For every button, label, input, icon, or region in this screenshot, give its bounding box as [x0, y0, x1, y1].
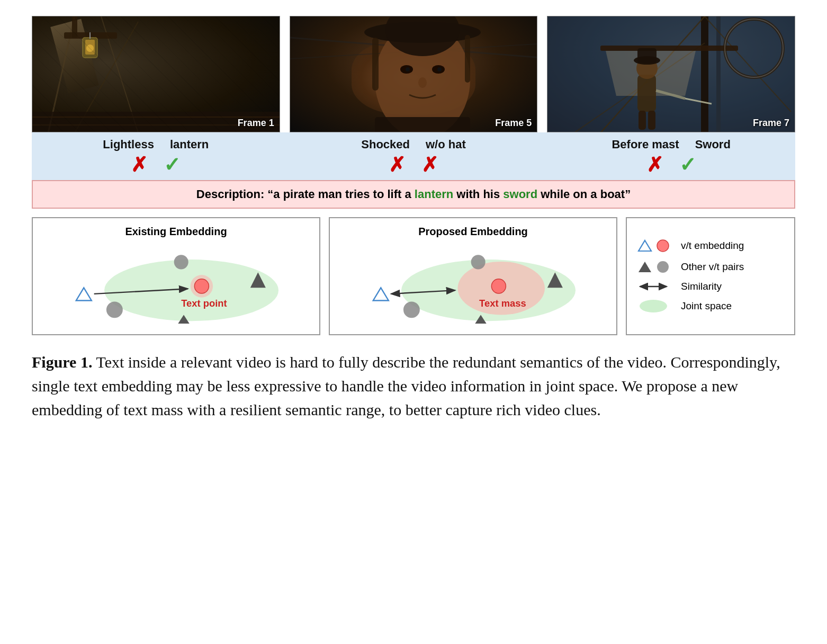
- label-block-3: Before mast Sword ✗ ✓: [547, 138, 795, 180]
- svg-point-43: [174, 255, 188, 269]
- labels-row: Lightless lantern ✗ ✓ Shocked w/o hat ✗ …: [32, 132, 795, 180]
- proposed-embedding-title: Proposed Embedding: [338, 226, 608, 238]
- label-word-shocked: Shocked: [361, 138, 410, 151]
- svg-rect-22: [372, 38, 379, 91]
- desc-word-sword: sword: [503, 187, 537, 201]
- svg-rect-30: [600, 46, 738, 51]
- label-pair-3: Before mast Sword: [612, 138, 730, 151]
- legend-joint: Joint space: [637, 299, 784, 314]
- svg-line-2: [75, 22, 138, 132]
- figure-caption: Figure 1. Text inside a relevant video i…: [32, 350, 795, 422]
- svg-rect-35: [639, 111, 646, 130]
- legend-joint-icon: [637, 299, 675, 314]
- svg-line-1: [101, 16, 138, 132]
- frame7-image: Frame 7: [547, 16, 795, 132]
- label-word-lantern: lantern: [170, 138, 209, 151]
- frame1-block: Frame 1: [32, 16, 280, 132]
- svg-marker-66: [639, 262, 651, 272]
- proposed-embedding-diagram: Text mass: [338, 244, 608, 324]
- frame7-block: Frame 7: [547, 16, 795, 132]
- label-block-1: Lightless lantern ✗ ✓: [32, 138, 280, 180]
- mark-pair-3: ✗ ✓: [646, 155, 696, 180]
- svg-rect-23: [465, 35, 470, 83]
- svg-rect-34: [637, 48, 657, 63]
- svg-marker-47: [76, 288, 92, 300]
- mark-pair-2: ✗ ✗: [389, 155, 438, 180]
- mark-pair-1: ✗ ✓: [131, 155, 181, 180]
- svg-marker-58: [373, 288, 389, 300]
- label-word-lightless: Lightless: [103, 138, 154, 151]
- svg-rect-4: [72, 16, 77, 38]
- svg-rect-26: [701, 16, 708, 132]
- legend-box: v/t embedding Other v/t pairs: [626, 217, 795, 335]
- svg-rect-6: [85, 40, 95, 55]
- frame7-label: Frame 7: [753, 118, 789, 129]
- svg-rect-5: [83, 38, 97, 58]
- svg-marker-64: [639, 240, 651, 251]
- svg-point-62: [491, 279, 506, 293]
- proposed-embedding-box: Proposed Embedding: [329, 217, 617, 335]
- caption-text: Text inside a relevant video is hard to …: [32, 353, 780, 418]
- mark-check-2: ✓: [679, 155, 696, 175]
- desc-middle: with his: [453, 187, 503, 201]
- svg-point-19: [406, 67, 410, 71]
- caption-label: Figure 1.: [32, 353, 92, 371]
- svg-point-65: [657, 240, 669, 252]
- mark-x-4: ✗: [646, 155, 663, 175]
- embedding-row: Existing Embedding: [32, 217, 795, 335]
- svg-text:Text mass: Text mass: [479, 298, 526, 309]
- svg-line-0: [48, 16, 75, 132]
- legend-similarity-label: Similarity: [681, 281, 722, 292]
- frame5-image: Frame 5: [290, 16, 538, 132]
- svg-rect-9: [32, 112, 280, 132]
- mark-x-3: ✗: [421, 155, 438, 175]
- svg-point-71: [640, 300, 667, 312]
- legend-vt-label: v/t embedding: [681, 240, 744, 252]
- svg-point-50: [194, 279, 209, 293]
- svg-rect-31: [637, 75, 656, 112]
- svg-point-67: [657, 261, 669, 273]
- mark-check-1: ✓: [164, 155, 181, 175]
- label-pair-1: Lightless lantern: [103, 138, 209, 151]
- frame5-block: Frame 5: [290, 16, 538, 132]
- mark-x-2: ✗: [389, 155, 406, 175]
- legend-similarity: Similarity: [637, 281, 784, 292]
- legend-joint-label: Joint space: [681, 300, 732, 312]
- svg-point-20: [437, 67, 442, 71]
- legend-similarity-icon: [637, 281, 675, 292]
- description-band: Description: “a pirate man tries to lift…: [32, 180, 795, 209]
- svg-point-54: [471, 255, 486, 269]
- existing-embedding-diagram: Text point: [41, 244, 311, 324]
- existing-embedding-box: Existing Embedding: [32, 217, 320, 335]
- legend-vt-embedding: v/t embedding: [637, 238, 784, 253]
- label-word-sword: Sword: [695, 138, 731, 151]
- legend-other-label: Other v/t pairs: [681, 261, 744, 273]
- svg-point-21: [418, 77, 427, 88]
- frame1-image: Frame 1: [32, 16, 280, 132]
- desc-prefix: Description: “a pirate man tries to lift…: [196, 187, 415, 201]
- frame1-label: Frame 1: [238, 118, 274, 129]
- legend-other-icon: [637, 260, 675, 274]
- svg-point-7: [86, 44, 94, 52]
- svg-rect-3: [64, 32, 117, 39]
- label-block-2: Shocked w/o hat ✗ ✗: [290, 138, 538, 180]
- svg-text:Text point: Text point: [181, 298, 227, 309]
- image-row: Frame 1: [32, 16, 795, 132]
- label-word-beforemast: Before mast: [612, 138, 679, 151]
- label-word-wohat: w/o hat: [426, 138, 466, 151]
- mark-x-1: ✗: [131, 155, 148, 175]
- svg-point-44: [106, 301, 123, 318]
- existing-embedding-title: Existing Embedding: [41, 226, 311, 238]
- svg-rect-24: [375, 117, 470, 132]
- label-pair-2: Shocked w/o hat: [361, 138, 465, 151]
- desc-word-lantern: lantern: [415, 187, 453, 201]
- svg-point-55: [403, 301, 420, 318]
- legend-other-vt: Other v/t pairs: [637, 260, 784, 274]
- frame5-label: Frame 5: [495, 118, 532, 129]
- svg-rect-36: [648, 111, 655, 130]
- desc-suffix: while on a boat”: [537, 187, 631, 201]
- legend-vt-icon: [637, 238, 675, 253]
